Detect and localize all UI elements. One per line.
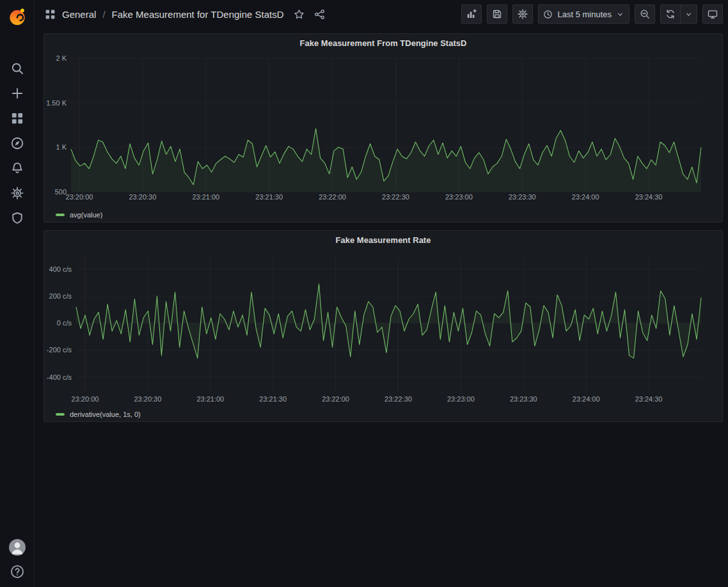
navbar-actions: Last 5 minutes bbox=[461, 4, 723, 24]
panel-title[interactable]: Fake Measurement Rate bbox=[44, 231, 722, 249]
apps-icon[interactable] bbox=[45, 9, 56, 20]
refresh-split-button bbox=[660, 4, 697, 24]
dashboard-settings-button[interactable] bbox=[512, 4, 533, 24]
sidebar-item-create[interactable] bbox=[0, 81, 35, 106]
compass-icon bbox=[11, 137, 24, 150]
add-panel-button[interactable] bbox=[461, 4, 482, 24]
svg-text:23:23:30: 23:23:30 bbox=[510, 395, 537, 403]
svg-text:23:21:00: 23:21:00 bbox=[196, 395, 224, 403]
share-icon bbox=[314, 9, 325, 20]
dashboards-grid-icon bbox=[11, 112, 24, 125]
svg-text:23:24:00: 23:24:00 bbox=[573, 395, 600, 403]
svg-text:23:21:00: 23:21:00 bbox=[192, 193, 219, 201]
svg-text:23:24:00: 23:24:00 bbox=[572, 193, 599, 201]
svg-text:500: 500 bbox=[55, 188, 67, 196]
dashboard-title[interactable]: Fake Measurement for TDengine StatsD bbox=[112, 9, 284, 20]
sidebar-item-explore[interactable] bbox=[0, 130, 35, 155]
svg-text:23:20:30: 23:20:30 bbox=[134, 395, 161, 403]
svg-text:23:22:00: 23:22:00 bbox=[322, 395, 349, 403]
zoom-out-button[interactable] bbox=[635, 4, 655, 24]
svg-text:23:20:00: 23:20:00 bbox=[66, 193, 93, 201]
user-avatar[interactable] bbox=[9, 539, 26, 556]
svg-text:23:20:30: 23:20:30 bbox=[129, 193, 156, 201]
svg-text:0 c/s: 0 c/s bbox=[57, 319, 72, 327]
caret-down-icon bbox=[684, 10, 693, 19]
refresh-button[interactable] bbox=[660, 4, 681, 24]
monitor-icon bbox=[708, 9, 718, 19]
svg-text:23:20:00: 23:20:00 bbox=[72, 395, 99, 403]
svg-text:23:23:00: 23:23:00 bbox=[447, 395, 475, 403]
svg-text:23:22:30: 23:22:30 bbox=[384, 395, 412, 403]
svg-text:400 c/s: 400 c/s bbox=[49, 265, 72, 273]
sidebar-item-search[interactable] bbox=[0, 56, 35, 81]
sidebar-item-server-admin[interactable] bbox=[0, 205, 35, 230]
timeseries-chart-fake-measurement[interactable]: 2 K1.50 K1 K50023:20:0023:20:3023:21:002… bbox=[44, 52, 722, 207]
svg-text:200 c/s: 200 c/s bbox=[49, 292, 72, 300]
save-icon bbox=[492, 9, 502, 19]
svg-text:23:22:30: 23:22:30 bbox=[382, 193, 409, 201]
star-button[interactable] bbox=[294, 9, 305, 20]
sidebar-item-dashboards[interactable] bbox=[0, 106, 35, 130]
breadcrumb-separator: / bbox=[102, 9, 105, 20]
legend-label[interactable]: derivative(value, 1s, 0) bbox=[70, 411, 141, 418]
panel-title[interactable]: Fake Measurement From TDengine StatsD bbox=[44, 34, 722, 52]
help-icon bbox=[10, 565, 24, 579]
panel-legend: avg(value) bbox=[44, 207, 722, 223]
user-icon bbox=[9, 539, 26, 556]
caret-down-icon bbox=[616, 10, 624, 19]
breadcrumb-folder[interactable]: General bbox=[62, 9, 96, 20]
sidebar-item-alerting[interactable] bbox=[0, 155, 35, 180]
sidebar-item-configuration[interactable] bbox=[0, 180, 35, 205]
gear-icon bbox=[518, 9, 528, 19]
add-panel-icon bbox=[466, 9, 477, 19]
svg-text:23:23:30: 23:23:30 bbox=[509, 193, 536, 201]
sidebar bbox=[0, 0, 35, 587]
search-icon bbox=[11, 62, 24, 75]
svg-text:23:22:00: 23:22:00 bbox=[319, 193, 346, 201]
sidebar-bottom bbox=[9, 539, 26, 579]
time-range-label: Last 5 minutes bbox=[557, 10, 612, 19]
legend-swatch[interactable] bbox=[56, 413, 65, 416]
share-button[interactable] bbox=[314, 9, 325, 20]
svg-text:1.50 K: 1.50 K bbox=[46, 99, 67, 107]
svg-text:23:24:30: 23:24:30 bbox=[635, 193, 663, 201]
shield-icon bbox=[11, 212, 24, 224]
time-range-picker[interactable]: Last 5 minutes bbox=[538, 4, 629, 24]
bell-icon bbox=[11, 162, 24, 175]
svg-text:1 K: 1 K bbox=[56, 143, 67, 151]
svg-text:2 K: 2 K bbox=[56, 54, 67, 62]
refresh-icon bbox=[665, 9, 676, 19]
svg-text:23:21:30: 23:21:30 bbox=[255, 193, 283, 201]
zoom-out-icon bbox=[640, 9, 650, 19]
sidebar-menu bbox=[0, 56, 35, 230]
help-button[interactable] bbox=[10, 564, 25, 579]
gear-icon bbox=[11, 187, 24, 200]
svg-text:23:23:00: 23:23:00 bbox=[445, 193, 473, 201]
plus-icon bbox=[11, 87, 24, 100]
grafana-logo[interactable] bbox=[6, 6, 28, 27]
save-dashboard-button[interactable] bbox=[487, 4, 507, 24]
svg-text:23:24:30: 23:24:30 bbox=[635, 395, 663, 403]
top-navbar: General / Fake Measurement for TDengine … bbox=[35, 0, 728, 28]
kiosk-mode-button[interactable] bbox=[702, 4, 723, 24]
refresh-interval-dropdown[interactable] bbox=[681, 4, 697, 24]
panel-fake-measurement: Fake Measurement From TDengine StatsD 2 … bbox=[44, 33, 723, 223]
svg-text:-200 c/s: -200 c/s bbox=[47, 346, 72, 354]
svg-text:-400 c/s: -400 c/s bbox=[47, 373, 72, 381]
star-icon bbox=[294, 9, 305, 20]
legend-swatch[interactable] bbox=[56, 214, 65, 216]
svg-text:23:21:30: 23:21:30 bbox=[259, 395, 287, 403]
panel-fake-measurement-rate: Fake Measurement Rate 400 c/s200 c/s0 c/… bbox=[44, 230, 723, 422]
timeseries-chart-fake-measurement-rate[interactable]: 400 c/s200 c/s0 c/s-200 c/s-400 c/s23:20… bbox=[44, 249, 722, 406]
panel-legend: derivative(value, 1s, 0) bbox=[44, 406, 722, 423]
legend-label[interactable]: avg(value) bbox=[70, 211, 102, 219]
clock-icon bbox=[543, 10, 553, 19]
